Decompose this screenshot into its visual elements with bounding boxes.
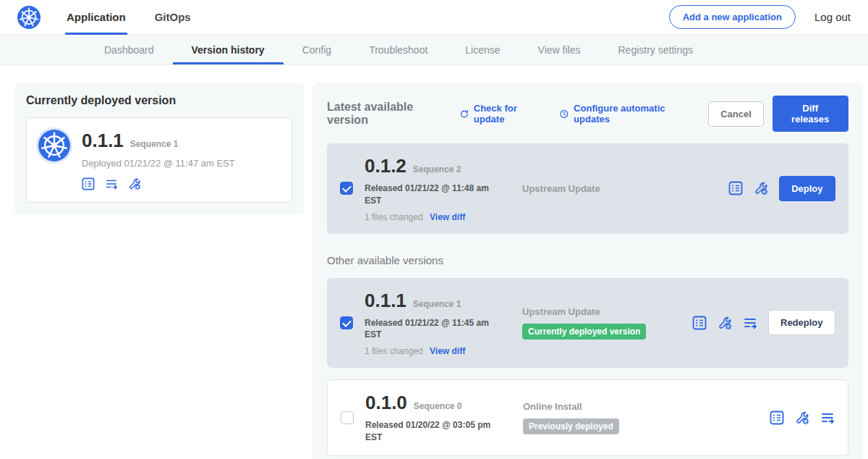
source-label: Upstream Update (522, 306, 692, 317)
subnav-tab-dashboard[interactable]: Dashboard (85, 35, 173, 64)
release-notes-icon[interactable] (770, 410, 784, 425)
version-info: 0.1.1Sequence 1 Released 01/21/22 @ 11:4… (365, 290, 522, 357)
subnav-tab-version-history[interactable]: Version history (173, 35, 284, 64)
previously-deployed-badge: Previously deployed (523, 418, 619, 434)
version-actions (770, 410, 835, 425)
redeploy-button[interactable]: Redeploy (768, 310, 835, 335)
deploy-button[interactable]: Deploy (779, 176, 835, 201)
latest-version-title: Latest available version (327, 101, 446, 127)
view-logs-icon[interactable] (820, 410, 835, 425)
currently-deployed-badge: Currently deployed version (522, 324, 646, 340)
release-notes-icon[interactable] (692, 316, 707, 330)
version-source: Upstream Update (522, 183, 692, 194)
version-row-0-1-1: 0.1.1Sequence 1 Released 01/21/22 @ 11:4… (327, 278, 848, 369)
nav-tab-gitops[interactable]: GitOps (153, 0, 192, 35)
clock-icon (559, 109, 569, 119)
deployed-version-number: 0.1.1 (82, 130, 124, 151)
left-column: Currently deployed version 0.1.1Sequence… (14, 83, 304, 459)
files-changed-label: 1 files changed (365, 346, 423, 356)
app-header: Application GitOps Add a new application… (0, 0, 868, 35)
version-info: 0.1.0Sequence 0 Released 01/20/22 @ 03:0… (365, 392, 523, 444)
view-logs-icon[interactable] (105, 177, 118, 190)
version-number: 0.1.2 (365, 155, 407, 177)
sequence-label: Sequence 2 (413, 164, 461, 174)
view-logs-icon[interactable] (743, 316, 757, 330)
app-subnav: Dashboard Version history Config Trouble… (0, 35, 868, 65)
version-actions: Deploy (728, 176, 835, 201)
source-label: Upstream Update (522, 183, 692, 194)
released-timestamp: Released 01/20/22 @ 03:05 pm EST (365, 419, 495, 444)
configure-automatic-updates-link[interactable]: Configure automatic updates (559, 103, 692, 125)
kubernetes-logo-icon[interactable] (17, 6, 41, 29)
app-kubernetes-icon (38, 130, 70, 161)
sequence-label: Sequence 0 (414, 401, 462, 411)
version-row-0-1-0: 0.1.0Sequence 0 Released 01/20/22 @ 03:0… (327, 379, 848, 456)
view-diff-link[interactable]: View diff (430, 212, 465, 222)
configure-automatic-updates-label: Configure automatic updates (574, 103, 692, 125)
deployed-version-details: 0.1.1Sequence 1 Deployed 01/21/22 @ 11:4… (82, 130, 235, 190)
deployed-version-card: 0.1.1Sequence 1 Deployed 01/21/22 @ 11:4… (26, 117, 292, 203)
edit-config-icon[interactable] (795, 410, 809, 425)
main-content: Currently deployed version 0.1.1Sequence… (0, 65, 868, 459)
version-source: Upstream Update Currently deployed versi… (522, 306, 692, 340)
files-changed-label: 1 files changed (365, 212, 423, 222)
version-history-panel: Latest available version Check for updat… (312, 83, 863, 459)
source-label: Online Install (523, 401, 693, 412)
view-diff-link[interactable]: View diff (430, 346, 465, 356)
deployed-card-title: Currently deployed version (26, 94, 292, 107)
cancel-button[interactable]: Cancel (708, 101, 764, 127)
version-checkbox[interactable] (341, 411, 354, 424)
release-notes-icon[interactable] (82, 177, 95, 190)
version-info: 0.1.2Sequence 2 Released 01/21/22 @ 11:4… (365, 155, 522, 222)
deployed-sequence-label: Sequence 1 (130, 139, 179, 149)
refresh-icon (459, 109, 469, 119)
subnav-tab-troubleshoot[interactable]: Troubleshoot (350, 35, 446, 64)
version-row-0-1-2: 0.1.2Sequence 2 Released 01/21/22 @ 11:4… (327, 143, 848, 234)
subnav-tab-config[interactable]: Config (284, 35, 350, 64)
sequence-label: Sequence 1 (413, 299, 461, 309)
nav-tab-application[interactable]: Application (65, 0, 127, 35)
add-new-application-button[interactable]: Add a new application (669, 5, 796, 29)
other-versions-title: Other available versions (327, 254, 848, 266)
subnav-tab-registry-settings[interactable]: Registry settings (599, 35, 711, 64)
latest-version-header: Latest available version Check for updat… (327, 96, 848, 132)
version-source: Online Install Previously deployed (523, 401, 693, 434)
logout-link[interactable]: Log out (814, 11, 851, 23)
edit-config-icon[interactable] (718, 316, 732, 330)
subnav-tab-license[interactable]: License (446, 35, 519, 64)
check-for-update-link[interactable]: Check for update (459, 103, 543, 125)
deployed-timestamp: Deployed 01/21/22 @ 11:47 am EST (82, 158, 235, 169)
currently-deployed-card: Currently deployed version 0.1.1Sequence… (14, 83, 304, 214)
version-checkbox[interactable] (340, 182, 353, 195)
main-nav: Application GitOps (65, 0, 218, 35)
edit-config-icon[interactable] (128, 177, 141, 190)
release-notes-icon[interactable] (728, 181, 743, 195)
check-for-update-label: Check for update (474, 103, 544, 125)
released-timestamp: Released 01/21/22 @ 11:45 am EST (365, 317, 495, 342)
edit-config-icon[interactable] (754, 181, 768, 195)
subnav-tab-view-files[interactable]: View files (519, 35, 600, 64)
version-checkbox[interactable] (340, 316, 353, 329)
version-number: 0.1.1 (365, 290, 407, 311)
version-actions: Redeploy (692, 310, 835, 335)
released-timestamp: Released 01/21/22 @ 11:48 am EST (365, 182, 495, 207)
version-number: 0.1.0 (365, 392, 407, 413)
diff-releases-button[interactable]: Diff releases (773, 96, 848, 132)
